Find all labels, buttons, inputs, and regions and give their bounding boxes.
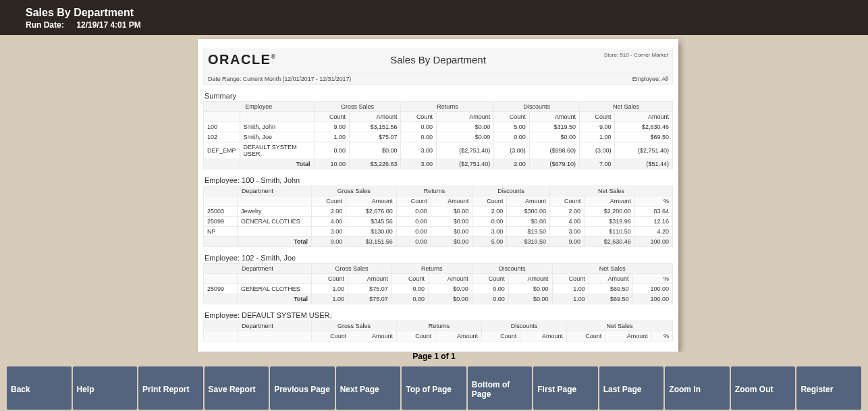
help-button[interactable]: Help [73,366,138,410]
date-range: Date Range: Current Month (12/01/2017 - … [208,76,351,82]
zoom-in-button[interactable]: Zoom In [665,366,730,410]
bottom-toolbar: Back Help Print Report Save Report Previ… [0,365,868,411]
report-header: ORACLE® Sales By Department Store: 510 -… [203,49,673,74]
employee-filter: Employee: All [632,76,668,82]
table-row: 102Smith, Joe1.00$75.070.00$0.000.00$0.0… [204,132,673,142]
register-button[interactable]: Register [796,366,861,410]
table-row: NP3.00$130.000.00$0.003.00$19.503.00$110… [204,227,673,237]
report-viewer: ORACLE® Sales By Department Store: 510 -… [0,35,868,362]
employee-section-title: Employee: DEFAULT SYSTEM USER, [205,311,673,319]
save-report-button[interactable]: Save Report [205,366,269,410]
table-row: 25099GENERAL CLOTHES4.00$345.560.00$0.00… [204,217,673,227]
employee-section-title: Employee: 100 - Smith, John [205,176,673,184]
table-row: 25099GENERAL CLOTHES1.00$75.070.00$0.000… [204,284,673,294]
page-title: Sales By Department [0,7,868,19]
table-row: 100Smith, John9.00$3,151.560.00$0.005.00… [204,122,673,132]
employee-section-title: Employee: 102 - Smith, Joe [205,254,673,262]
table-row: DEF_EMPDEFAULT SYSTEM USER,0.00$0.003.00… [204,142,673,159]
total-row: Total10.00$3,226.633.00($2,751.40)2.00($… [204,159,673,169]
app-header: Sales By Department Run Date: 12/19/17 4… [0,0,868,35]
summary-heading: Summary [205,92,673,100]
previous-page-button[interactable]: Previous Page [270,366,335,410]
run-date-label: Run Date: [26,20,74,30]
report-meta-bar: Date Range: Current Month (12/01/2017 - … [203,74,673,85]
report-scroll-area[interactable]: ORACLE® Sales By Department Store: 510 -… [8,35,868,362]
print-report-button[interactable]: Print Report [138,366,203,410]
table-row: 25003Jewelry2.00$2,676.000.00$0.002.00$3… [204,207,673,217]
store-label: Store: 510 - Corner Market [604,52,668,58]
report-title: Sales By Department [204,54,672,65]
department-table: DepartmentGross SalesReturnsDiscountsNet… [203,321,673,341]
first-page-button[interactable]: First Page [533,366,598,410]
total-row: Total1.00$75.070.00$0.000.00$0.001.00$69… [204,294,673,304]
last-page-button[interactable]: Last Page [599,366,664,410]
top-of-page-button[interactable]: Top of Page [402,366,466,410]
department-table: DepartmentGross SalesReturnsDiscountsNet… [203,186,673,247]
report-page: ORACLE® Sales By Department Store: 510 -… [198,39,678,362]
next-page-button[interactable]: Next Page [336,366,401,410]
back-button[interactable]: Back [7,366,72,410]
page-indicator: Page 1 of 1 [0,352,868,362]
run-date: Run Date: 12/19/17 4:01 PM [0,19,868,30]
run-date-value: 12/19/17 4:01 PM [76,20,140,30]
zoom-out-button[interactable]: Zoom Out [731,366,796,410]
summary-table: Employee Gross Sales Returns Discounts N… [203,101,673,169]
department-table: DepartmentGross SalesReturnsDiscountsNet… [203,263,673,304]
total-row: Total9.00$3,151.560.00$0.005.00$319.509.… [204,237,673,247]
bottom-of-page-button[interactable]: Bottom of Page [468,366,533,410]
